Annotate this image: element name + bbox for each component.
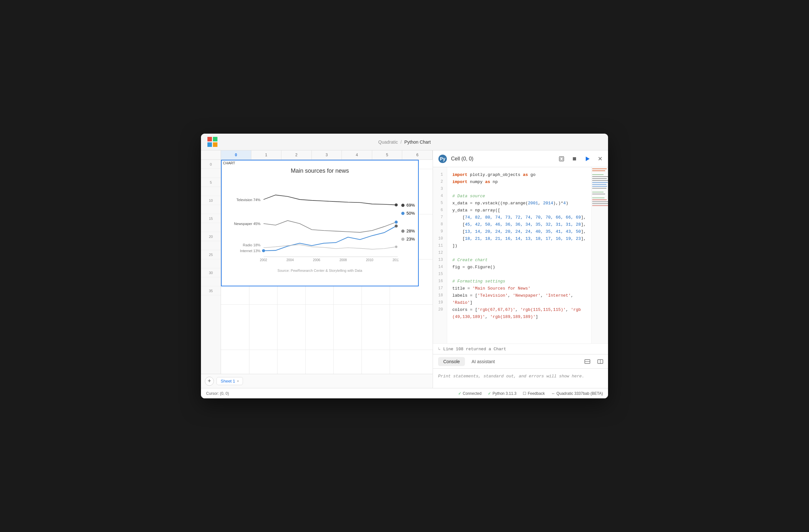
- column-headers: 0 1 2 3 4 5 6: [201, 150, 433, 160]
- status-build: ↔ Quadratic 3337bab (BETA): [551, 391, 603, 396]
- run-icon: [584, 156, 590, 162]
- legend-tv-label: 69%: [407, 203, 415, 208]
- layout-single-button[interactable]: [582, 356, 592, 367]
- ln-13: 13: [433, 256, 447, 263]
- grid-h-5: [221, 350, 433, 350]
- legend-dot-newspaper: [401, 212, 404, 215]
- svg-rect-27: [592, 171, 605, 171]
- console-placeholder: Print statements, standard out, and erro…: [438, 374, 584, 379]
- code-line-15: [447, 270, 591, 278]
- col-header-0[interactable]: 0: [221, 150, 251, 159]
- ln-16: 16: [433, 278, 447, 285]
- legend-radio-label: 28%: [407, 229, 415, 233]
- expand-icon: [558, 156, 564, 162]
- line-numbers: 1 2 3 4 5 6 7 8 9 10 11 12 13 14 15 16 1: [433, 167, 447, 343]
- ln-19: 19: [433, 299, 447, 306]
- tab-ai-assistant[interactable]: AI assistant: [466, 357, 500, 366]
- python-icon: Py: [438, 154, 447, 163]
- status-cursor: Cursor: (0, 0): [206, 391, 458, 396]
- ln-2: 2: [433, 178, 447, 185]
- col-header-3[interactable]: 3: [312, 150, 342, 159]
- code-editor[interactable]: 1 2 3 4 5 6 7 8 9 10 11 12 13 14 15 16 1: [433, 167, 608, 343]
- svg-rect-41: [592, 203, 608, 204]
- titlebar: Quadratic / Python Chart: [201, 134, 608, 150]
- col-header-1[interactable]: 1: [251, 150, 282, 159]
- title-separator: /: [401, 140, 402, 145]
- svg-rect-37: [592, 194, 605, 194]
- svg-rect-42: [592, 205, 608, 206]
- return-arrow-icon: ↳: [438, 347, 441, 352]
- col-header-2[interactable]: 2: [281, 150, 312, 159]
- svg-rect-2: [207, 142, 212, 147]
- svg-rect-3: [213, 142, 218, 147]
- svg-text:Television 74%: Television 74%: [237, 198, 261, 202]
- code-line-19b: (49,130,189)', 'rgb(189,189,189)']: [447, 313, 591, 320]
- close-button[interactable]: ✕: [595, 154, 605, 164]
- page-name-label: Python Chart: [404, 140, 431, 145]
- code-line-9: [13, 14, 20, 24, 20, 24, 24, 40, 35, 41,…: [447, 228, 591, 235]
- return-text: Line 108 returned a Chart: [443, 347, 506, 352]
- row-num-blank7: [201, 277, 221, 286]
- svg-rect-40: [592, 201, 608, 202]
- expand-button[interactable]: [556, 154, 567, 164]
- row-numbers: 0 5 10 15 20 25 30 35: [201, 160, 221, 374]
- code-line-14: fig = go.Figure(): [447, 263, 591, 270]
- feedback-box-icon: ☐: [523, 391, 526, 396]
- feedback-label: Feedback: [528, 391, 545, 396]
- stop-button[interactable]: [569, 154, 580, 164]
- layout-split-button[interactable]: [595, 356, 605, 367]
- legend-dot-internet: [401, 237, 404, 241]
- ln-1: 1: [433, 171, 447, 178]
- code-content[interactable]: import plotly.graph_objects as go import…: [447, 167, 591, 343]
- svg-text:Py: Py: [440, 156, 445, 161]
- code-minimap: [591, 167, 608, 343]
- chart-title: Main sources for news: [225, 167, 415, 174]
- svg-marker-25: [586, 157, 590, 161]
- sheet-footer: + Sheet 1 ▾: [201, 374, 433, 388]
- status-feedback[interactable]: ☐ Feedback: [523, 391, 545, 396]
- legend-internet-label: 23%: [407, 237, 415, 242]
- svg-rect-39: [592, 199, 607, 200]
- row-num-blank6: [201, 259, 221, 268]
- chart-container: Main sources for news Television 74% New…: [225, 167, 415, 282]
- col-header-5[interactable]: 5: [372, 150, 402, 159]
- cells-area[interactable]: CHART Main sources for news Television 7…: [221, 160, 433, 374]
- svg-rect-26: [592, 169, 607, 169]
- cursor-label: Cursor: (0, 0): [206, 391, 229, 396]
- code-line-18b: 'Radio']: [447, 299, 591, 306]
- legend-dot-tv: [401, 204, 404, 207]
- svg-rect-38: [592, 198, 604, 198]
- svg-text:2002: 2002: [260, 258, 267, 262]
- svg-rect-33: [592, 184, 606, 185]
- chart-cell[interactable]: CHART Main sources for news Television 7…: [221, 160, 419, 286]
- legend-tv: 69%: [401, 203, 415, 208]
- code-line-11: ]): [447, 242, 591, 249]
- run-button[interactable]: [582, 154, 592, 164]
- python-check-icon: ✓: [488, 391, 491, 396]
- code-line-1: import plotly.graph_objects as go: [447, 171, 591, 178]
- ln-3: 3: [433, 185, 447, 192]
- ln-11: 11: [433, 242, 447, 249]
- code-line-20: [447, 320, 591, 327]
- status-python: ✓ Python 3.11.3: [488, 391, 516, 396]
- code-line-7: [74, 82, 80, 74, 73, 72, 74, 70, 70, 66,…: [447, 214, 591, 221]
- app-window: Quadratic / Python Chart 0 1 2 3 4 5 6: [201, 134, 608, 398]
- status-bar: Cursor: (0, 0) ✓ Connected ✓ Python 3.11…: [201, 388, 608, 398]
- ln-12: 12: [433, 249, 447, 256]
- tab-console[interactable]: Console: [438, 357, 465, 366]
- col-header-6[interactable]: 6: [402, 150, 433, 159]
- code-panel: Py Cell (0, 0): [433, 150, 608, 388]
- cell-chart-label: CHART: [223, 161, 235, 165]
- row-num-20: 20: [201, 232, 221, 241]
- svg-text:Radio 18%: Radio 18%: [243, 243, 261, 247]
- grid-area: 0 5 10 15 20 25 30 35: [201, 160, 433, 374]
- add-sheet-button[interactable]: +: [205, 377, 214, 386]
- col-header-4[interactable]: 4: [342, 150, 372, 159]
- corner-cell: [201, 150, 221, 159]
- svg-text:2010: 2010: [366, 258, 374, 262]
- cell-toolbar: ✕: [556, 154, 605, 164]
- sheet-tab-1[interactable]: Sheet 1 ▾: [217, 377, 243, 385]
- legend-internet: 23%: [401, 237, 415, 242]
- ln-20: 20: [433, 306, 447, 313]
- code-line-4: # Data source: [447, 192, 591, 199]
